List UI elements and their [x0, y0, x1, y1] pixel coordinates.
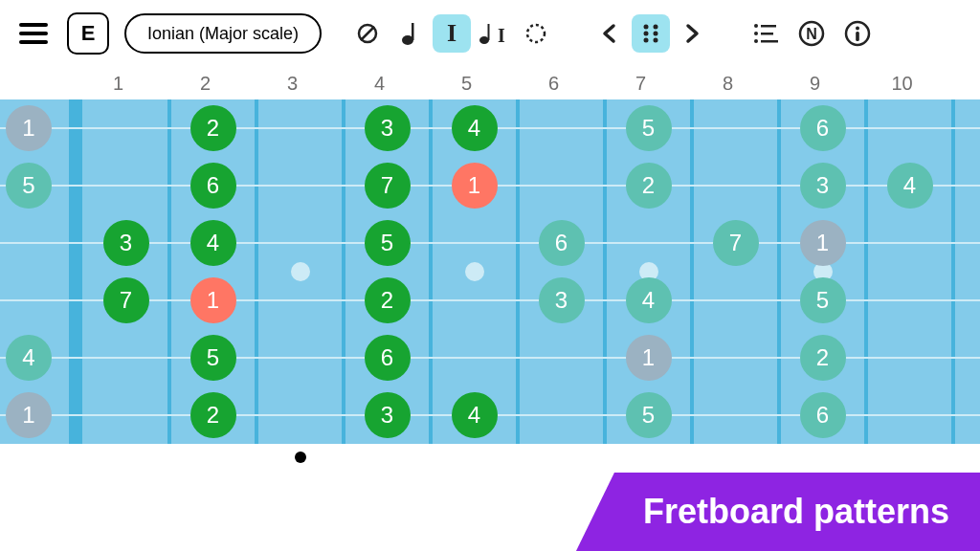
outline-circle-icon[interactable]	[517, 14, 555, 53]
pattern-nav-group	[590, 14, 712, 53]
fretboard-note[interactable]: 6	[365, 335, 411, 381]
fretboard-note[interactable]: 5	[626, 105, 672, 151]
scale-selector[interactable]: Ionian (Major scale)	[124, 13, 322, 54]
fret-line	[429, 99, 433, 444]
fret-number-row: 12345678910	[0, 67, 980, 99]
fretboard-note[interactable]: 1	[6, 105, 52, 151]
fretboard-note[interactable]: 3	[800, 163, 846, 209]
fret-number: 2	[162, 73, 249, 95]
empty-note-icon[interactable]	[348, 14, 387, 53]
fretboard-note[interactable]: 4	[626, 277, 672, 323]
toolbar: E Ionian (Major scale) I I	[0, 0, 980, 67]
fretboard-note[interactable]: 2	[190, 392, 236, 438]
svg-point-13	[654, 38, 658, 43]
fretboard-note[interactable]: 5	[6, 163, 52, 209]
svg-text:I: I	[498, 25, 505, 46]
key-selector[interactable]: E	[67, 12, 109, 55]
svg-point-18	[754, 39, 758, 43]
svg-line-1	[361, 27, 374, 40]
fretboard-note[interactable]: 1	[452, 163, 498, 209]
svg-point-8	[644, 25, 649, 30]
fret-line	[690, 99, 694, 444]
fret-number: 9	[771, 73, 858, 95]
fretboard-note[interactable]: 5	[190, 335, 236, 381]
fret-number: 7	[597, 73, 684, 95]
fretboard-note[interactable]: 1	[6, 392, 52, 438]
fretboard-note[interactable]: 3	[103, 220, 149, 266]
svg-point-9	[654, 25, 658, 30]
fretboard-note[interactable]: 7	[713, 220, 759, 266]
note-icon[interactable]	[390, 14, 429, 53]
prev-pattern-button[interactable]	[590, 14, 628, 53]
fretboard-note[interactable]: 6	[539, 220, 585, 266]
fret-number: 10	[858, 73, 946, 95]
interval-icon[interactable]: I	[433, 14, 471, 53]
fret-line	[951, 99, 955, 444]
menu-icon[interactable]	[15, 19, 52, 48]
promo-banner: Fretboard patterns	[576, 473, 980, 551]
fretboard-note[interactable]: 4	[887, 163, 933, 209]
fret-number: 8	[684, 73, 771, 95]
svg-rect-3	[412, 23, 414, 40]
fretboard-note[interactable]: 2	[365, 277, 411, 323]
fretboard-note[interactable]: 1	[800, 220, 846, 266]
svg-rect-5	[488, 24, 490, 40]
fretboard-note[interactable]: 5	[800, 277, 846, 323]
fretboard-inlay	[291, 262, 310, 281]
fretboard-note[interactable]: 7	[103, 277, 149, 323]
fret-line	[255, 99, 258, 444]
fretboard-note[interactable]: 3	[365, 392, 411, 438]
svg-rect-24	[856, 32, 859, 41]
fretboard-note[interactable]: 4	[190, 220, 236, 266]
fret-marker-row	[0, 444, 980, 473]
svg-point-11	[654, 32, 658, 36]
note-name-toggle-icon[interactable]: N	[792, 14, 831, 53]
fretboard-note[interactable]: 6	[190, 163, 236, 209]
fretboard-note[interactable]: 5	[365, 220, 411, 266]
fretboard-note[interactable]: 1	[190, 277, 236, 323]
svg-rect-17	[761, 33, 773, 35]
fretboard-note[interactable]: 2	[626, 163, 672, 209]
fret-number: 5	[423, 73, 510, 95]
svg-text:N: N	[806, 26, 817, 42]
fretboard-note[interactable]: 6	[800, 392, 846, 438]
fret-number: 4	[336, 73, 423, 95]
fretboard-inlay	[465, 262, 484, 281]
info-icon[interactable]	[838, 14, 877, 53]
fret-line	[516, 99, 520, 444]
fretboard[interactable]: 154137264152375263414635241576315264	[0, 99, 980, 444]
list-icon[interactable]	[746, 14, 785, 53]
svg-point-14	[754, 24, 758, 28]
fret-line	[777, 99, 781, 444]
svg-point-10	[644, 32, 649, 36]
fret-number: 3	[249, 73, 336, 95]
fretboard-note[interactable]: 4	[6, 335, 52, 381]
pattern-grid-icon[interactable]	[632, 14, 670, 53]
fret-line	[864, 99, 868, 444]
fretboard-nut	[69, 99, 82, 444]
fretboard-note[interactable]: 3	[365, 105, 411, 151]
fretboard-note[interactable]: 4	[452, 392, 498, 438]
fret-number: 1	[75, 73, 162, 95]
fretboard-note[interactable]: 3	[539, 277, 585, 323]
fretboard-note[interactable]: 6	[800, 105, 846, 151]
fret-marker-dot	[295, 452, 306, 463]
fretboard-note[interactable]: 2	[190, 105, 236, 151]
svg-rect-19	[761, 40, 778, 43]
svg-point-16	[754, 32, 758, 35]
svg-point-23	[856, 27, 859, 31]
fretboard-note[interactable]: 1	[626, 335, 672, 381]
fretboard-note[interactable]: 2	[800, 335, 846, 381]
fret-number: 6	[510, 73, 597, 95]
fretboard-note[interactable]: 4	[452, 105, 498, 151]
note-interval-icon[interactable]: I	[475, 14, 513, 53]
next-pattern-button[interactable]	[674, 14, 712, 53]
fretboard-note[interactable]: 7	[365, 163, 411, 209]
fret-line	[167, 99, 171, 444]
svg-point-7	[527, 25, 545, 42]
fretboard-note[interactable]: 5	[626, 392, 672, 438]
svg-point-12	[644, 38, 649, 43]
display-mode-group: I I	[348, 14, 555, 53]
fret-line	[603, 99, 607, 444]
fret-line	[342, 99, 345, 444]
